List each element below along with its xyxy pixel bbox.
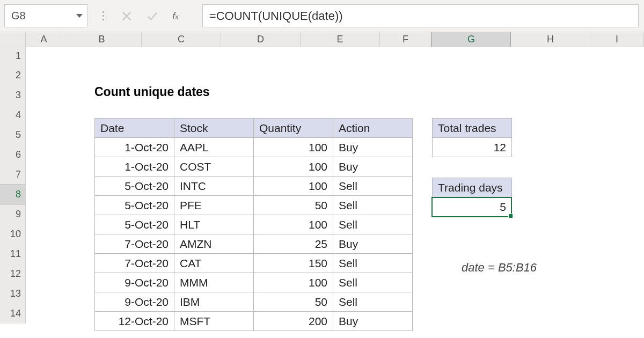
table-header: Stock <box>174 119 254 138</box>
row-header-13[interactable]: 13 <box>0 284 25 304</box>
row-header-8[interactable]: 8 <box>0 185 25 204</box>
cell[interactable]: Buy <box>333 138 413 157</box>
column-header-E[interactable]: E <box>301 32 380 47</box>
table-header: Action <box>333 119 413 138</box>
cell[interactable]: 100 <box>254 273 333 292</box>
cell[interactable]: 150 <box>254 254 333 273</box>
column-header-D[interactable]: D <box>221 32 301 47</box>
row-header-3[interactable]: 3 <box>0 85 25 105</box>
grid-surface[interactable]: Count unique dates DateStockQuantityActi… <box>26 47 644 338</box>
row-header-9[interactable]: 9 <box>0 204 25 224</box>
cell[interactable]: Sell <box>333 273 413 292</box>
cancel-icon <box>121 10 133 22</box>
table-row: 5-Oct-20HLT100Sell <box>95 215 413 234</box>
column-header-G[interactable]: G <box>431 32 511 47</box>
cell[interactable]: 5-Oct-20 <box>95 177 174 196</box>
cell[interactable]: 5-Oct-20 <box>95 215 174 234</box>
table-row: 9-Oct-20IBM50Sell <box>95 292 413 312</box>
cell[interactable]: AMZN <box>174 234 254 254</box>
cell[interactable]: INTC <box>174 177 254 196</box>
row-header-12[interactable]: 12 <box>0 264 25 284</box>
table-header: Quantity <box>254 119 333 138</box>
cell[interactable]: Sell <box>333 215 413 234</box>
total-trades-value: 12 <box>433 138 512 157</box>
cell[interactable]: 12-Oct-20 <box>95 312 174 331</box>
excel-window: G8 fx =COUNT(UNIQUE(date)) ABCDEFGHI 123… <box>0 0 644 338</box>
row-header-7[interactable]: 7 <box>0 165 25 185</box>
cell[interactable]: 9-Oct-20 <box>95 292 174 312</box>
table-row: 12-Oct-20MSFT200Buy <box>95 312 413 331</box>
select-all-corner[interactable] <box>0 32 26 47</box>
column-header-I[interactable]: I <box>590 32 644 47</box>
row-headers[interactable]: 1234567891011121314 <box>0 47 26 324</box>
table-row: 5-Oct-20INTC100Sell <box>95 177 413 196</box>
cell[interactable]: 50 <box>254 292 333 312</box>
cell[interactable]: PFE <box>174 196 254 215</box>
cell[interactable]: 200 <box>254 312 333 331</box>
trading-days-value: 5 <box>433 197 512 217</box>
cell[interactable]: 100 <box>254 215 333 234</box>
formula-input[interactable]: =COUNT(UNIQUE(date)) <box>202 4 639 27</box>
table-row: 5-Oct-20PFE50Sell <box>95 196 413 215</box>
cell[interactable]: 25 <box>254 234 333 254</box>
table-header: Date <box>95 119 174 138</box>
fx-icon[interactable]: fx <box>172 10 193 22</box>
cell[interactable]: 50 <box>254 196 333 215</box>
cell[interactable]: 100 <box>254 157 333 177</box>
cell[interactable]: Buy <box>333 312 413 331</box>
column-headers[interactable]: ABCDEFGHI <box>0 32 644 47</box>
column-header-C[interactable]: C <box>142 32 221 47</box>
table-row: 7-Oct-20CAT150Sell <box>95 254 413 273</box>
column-header-H[interactable]: H <box>511 32 590 47</box>
cell[interactable]: COST <box>174 157 254 177</box>
total-trades-label: Total trades <box>433 119 512 138</box>
page-title: Count unique dates <box>94 85 210 99</box>
cell[interactable]: 1-Oct-20 <box>95 157 174 177</box>
row-header-6[interactable]: 6 <box>0 145 25 165</box>
cell[interactable]: 7-Oct-20 <box>95 234 174 254</box>
cell[interactable]: Buy <box>333 234 413 254</box>
cell[interactable]: Sell <box>333 177 413 196</box>
trading-days-box: Trading days 5 <box>432 178 512 217</box>
row-header-2[interactable]: 2 <box>0 65 25 85</box>
cell[interactable]: MMM <box>174 273 254 292</box>
cell[interactable]: 100 <box>254 177 333 196</box>
row-header-14[interactable]: 14 <box>0 304 25 324</box>
name-box-value: G8 <box>11 10 26 22</box>
chevron-down-icon[interactable] <box>76 14 83 18</box>
cell[interactable]: 1-Oct-20 <box>95 138 174 157</box>
row-header-10[interactable]: 10 <box>0 224 25 244</box>
drag-handle-icon[interactable] <box>103 11 104 20</box>
cell[interactable]: 7-Oct-20 <box>95 254 174 273</box>
cell[interactable]: Buy <box>333 157 413 177</box>
table-row: 1-Oct-20COST100Buy <box>95 157 413 177</box>
trading-days-label: Trading days <box>433 178 512 197</box>
cell[interactable]: Sell <box>333 254 413 273</box>
cell[interactable]: MSFT <box>174 312 254 331</box>
row-header-4[interactable]: 4 <box>0 105 25 125</box>
named-range-note: date = B5:B16 <box>462 261 537 275</box>
formula-bar: G8 fx =COUNT(UNIQUE(date)) <box>0 0 644 32</box>
column-header-F[interactable]: F <box>380 32 431 47</box>
row-header-11[interactable]: 11 <box>0 244 25 264</box>
formula-bar-divider <box>91 4 115 27</box>
cell[interactable]: 5-Oct-20 <box>95 196 174 215</box>
worksheet[interactable]: ABCDEFGHI 1234567891011121314 Count uniq… <box>0 32 644 338</box>
trades-table: DateStockQuantityAction 1-Oct-20AAPL100B… <box>94 118 413 331</box>
row-header-5[interactable]: 5 <box>0 125 25 145</box>
cell[interactable]: AAPL <box>174 138 254 157</box>
name-box[interactable]: G8 <box>4 4 87 27</box>
cell[interactable]: IBM <box>174 292 254 312</box>
table-row: 7-Oct-20AMZN25Buy <box>95 234 413 254</box>
column-header-A[interactable]: A <box>26 32 62 47</box>
cell[interactable]: HLT <box>174 215 254 234</box>
cell[interactable]: 100 <box>254 138 333 157</box>
cell[interactable]: CAT <box>174 254 254 273</box>
cell[interactable]: Sell <box>333 196 413 215</box>
cell[interactable]: Sell <box>333 292 413 312</box>
formula-text: =COUNT(UNIQUE(date)) <box>209 9 343 23</box>
cell[interactable]: 9-Oct-20 <box>95 273 174 292</box>
column-header-B[interactable]: B <box>62 32 142 47</box>
total-trades-box: Total trades 12 <box>432 118 512 157</box>
row-header-1[interactable]: 1 <box>0 47 25 65</box>
